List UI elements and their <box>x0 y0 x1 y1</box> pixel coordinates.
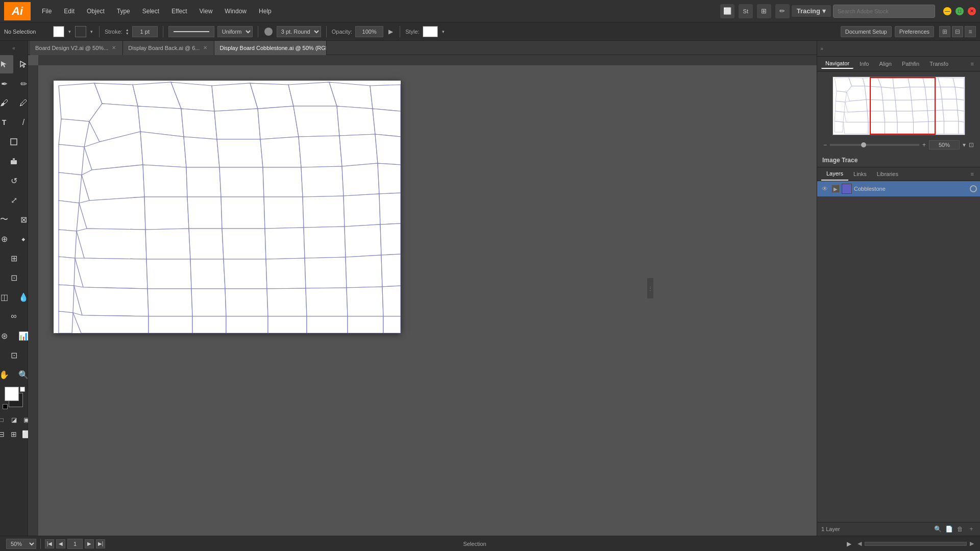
stroke-spinner[interactable]: ▲ ▼ <box>126 28 129 35</box>
arrange-icon[interactable]: ⊞ <box>939 26 950 37</box>
scale-tool-button[interactable]: ⤢ <box>5 191 23 209</box>
stroke-style-picker[interactable] <box>168 26 214 37</box>
tab-libraries[interactable]: Libraries <box>872 168 903 180</box>
pen-tool-button[interactable]: ✒ <box>0 74 13 93</box>
stroke-style-select[interactable]: Uniform <box>217 26 253 37</box>
delete-layer-icon[interactable]: 🗑 <box>955 524 965 534</box>
zoom-slider[interactable] <box>830 144 919 146</box>
doc-tab-2[interactable]: Display Board Cobblestone.ai @ 50% (RGB/… <box>214 41 327 55</box>
add-layer-icon[interactable]: 📄 <box>944 524 953 534</box>
zoom-percentage-select[interactable]: 50% 100% 25% <box>6 539 36 549</box>
first-page-button[interactable]: |◀ <box>45 539 54 548</box>
tracing-button[interactable]: Tracing ▾ <box>792 5 831 17</box>
sync-icon[interactable]: St <box>739 4 753 18</box>
navigator-preview[interactable] <box>832 77 965 135</box>
menu-file[interactable]: File <box>37 6 57 17</box>
doc-tab-0[interactable]: Board Design V2.ai @ 50%... ✕ <box>30 41 123 55</box>
menu-effect[interactable]: Effect <box>166 6 192 17</box>
scroll-left-icon[interactable]: ◀ <box>857 540 862 547</box>
zoom-in-icon[interactable]: + <box>922 141 926 148</box>
fill-chevron-icon[interactable]: ▾ <box>67 29 72 34</box>
left-panel-collapse-icon[interactable]: « <box>10 44 18 52</box>
workspace-icon[interactable]: ⊞ <box>757 4 771 18</box>
menu-edit[interactable]: Edit <box>59 6 80 17</box>
locate-object-icon[interactable]: 🔍 <box>933 524 942 534</box>
zoom-dropdown-icon[interactable]: ▾ <box>963 141 966 148</box>
selection-tool-button[interactable] <box>0 55 13 73</box>
tab-align[interactable]: Align <box>875 59 895 68</box>
play-recording-button[interactable]: ▶ <box>844 539 853 548</box>
tab-links[interactable]: Links <box>848 168 872 180</box>
preferences-button[interactable]: Preferences <box>895 26 934 37</box>
gradient-tool-button[interactable]: ◫ <box>0 288 13 306</box>
warp-tool-button[interactable]: 〜 <box>0 210 13 229</box>
stroke-swatch[interactable] <box>75 26 86 37</box>
prev-page-button[interactable]: ◀ <box>56 539 65 548</box>
menu-object[interactable]: Object <box>82 6 110 17</box>
hand-tool-button[interactable]: ✋ <box>0 365 13 384</box>
symbol-sprayer-tool-button[interactable]: ⊛ <box>0 327 13 345</box>
menu-help[interactable]: Help <box>254 6 277 17</box>
next-page-button[interactable]: ▶ <box>85 539 94 548</box>
stroke-up-icon[interactable]: ▲ <box>126 28 129 32</box>
stroke-value-input[interactable]: 1 pt <box>132 26 158 37</box>
swap-colors-icon[interactable] <box>3 404 8 409</box>
default-colors-icon[interactable] <box>20 387 25 392</box>
doc-tab-1-close-icon[interactable]: ✕ <box>202 44 209 52</box>
horizontal-scrollbar[interactable] <box>865 542 967 546</box>
menu-view[interactable]: View <box>194 6 218 17</box>
align-distribute-icon[interactable]: ⊟ <box>952 26 963 37</box>
tab-pathfinder[interactable]: Pathfin <box>898 59 923 68</box>
doc-tab-1[interactable]: Display Board Back.ai @ 6... ✕ <box>123 41 214 55</box>
zoom-out-icon[interactable]: − <box>823 141 827 148</box>
layer-row-cobblestone[interactable]: 👁 ▶ Cobblestone <box>817 181 980 196</box>
type-tool-button[interactable]: T <box>0 113 13 132</box>
shape-builder-tool-button[interactable]: ⊕ <box>0 230 13 248</box>
panel-resize-handle[interactable]: ⋮ <box>647 278 653 298</box>
tab-info[interactable]: Info <box>855 59 873 68</box>
new-layer-icon[interactable]: + <box>967 524 976 534</box>
scroll-right-icon[interactable]: ▶ <box>970 540 974 547</box>
layer-expand-icon[interactable]: ▶ <box>831 185 840 193</box>
broadcast-icon[interactable]: ⬜ <box>720 4 734 18</box>
right-panel-collapse-icon[interactable]: » <box>817 41 826 56</box>
mesh-tool-button[interactable]: ⊡ <box>5 268 23 287</box>
menu-select[interactable]: Select <box>137 6 164 17</box>
normal-screen-mode-icon[interactable]: ⊟ <box>0 429 7 440</box>
menu-type[interactable]: Type <box>112 6 135 17</box>
blend-tool-button[interactable]: ∞ <box>5 307 23 325</box>
stroke-down-icon[interactable]: ▼ <box>126 32 129 35</box>
minimize-button[interactable]: — <box>943 7 951 15</box>
document-setup-button[interactable]: Document Setup <box>841 26 892 37</box>
fill-mode-icon[interactable]: □ <box>0 414 7 425</box>
eraser-tool-button[interactable] <box>5 152 23 170</box>
maximize-button[interactable]: □ <box>955 7 964 15</box>
rectangle-tool-button[interactable] <box>5 133 23 151</box>
zoom-value-display[interactable]: 50% <box>929 140 960 149</box>
artboard-tool-button[interactable]: ⊡ <box>5 346 23 364</box>
page-number-input[interactable] <box>67 539 83 549</box>
full-screen-mode-icon[interactable]: ⊞ <box>8 429 19 440</box>
opacity-input[interactable]: 100% <box>355 26 383 37</box>
doc-tab-0-close-icon[interactable]: ✕ <box>110 44 117 52</box>
zoom-fit-icon[interactable]: ⊡ <box>969 141 974 148</box>
tab-transform[interactable]: Transfo <box>925 59 952 68</box>
panel-menu-icon[interactable]: ≡ <box>969 61 976 67</box>
foreground-color-swatch[interactable] <box>5 387 19 401</box>
zoom-slider-thumb[interactable] <box>861 142 866 147</box>
perspective-grid-tool-button[interactable]: ⊞ <box>5 249 23 267</box>
stroke-chevron-icon[interactable]: ▾ <box>89 29 94 34</box>
style-chevron-icon[interactable]: ▾ <box>441 29 446 34</box>
opacity-expand-icon[interactable]: ▶ <box>386 28 395 36</box>
menu-window[interactable]: Window <box>219 6 252 17</box>
style-swatch[interactable] <box>423 26 438 37</box>
layer-target-icon[interactable] <box>970 185 977 192</box>
more-options-icon[interactable]: ≡ <box>965 26 976 37</box>
layer-visibility-icon[interactable]: 👁 <box>820 184 829 193</box>
paintbrush-tool-button[interactable]: 🖌 <box>0 94 13 112</box>
canvas-wrapper[interactable] <box>38 65 817 536</box>
rotate-tool-button[interactable]: ↺ <box>5 171 23 190</box>
layers-panel-menu-icon[interactable]: ≡ <box>969 171 976 177</box>
stroke-mode-icon[interactable]: ◪ <box>8 414 19 425</box>
brush-select[interactable]: 3 pt. Round <box>277 26 321 37</box>
